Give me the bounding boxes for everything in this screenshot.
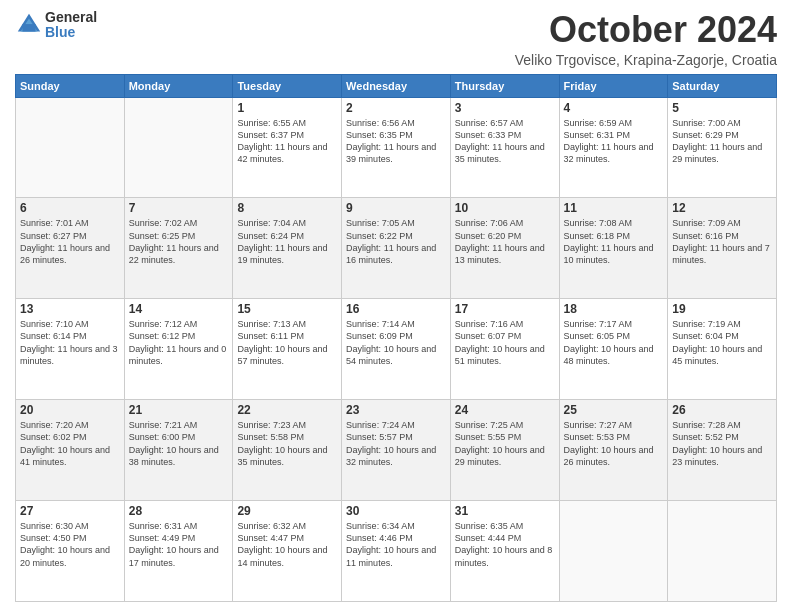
calendar-row: 27Sunrise: 6:30 AM Sunset: 4:50 PM Dayli… [16, 501, 777, 602]
day-number: 26 [672, 403, 772, 417]
day-number: 16 [346, 302, 446, 316]
table-row: 8Sunrise: 7:04 AM Sunset: 6:24 PM Daylig… [233, 198, 342, 299]
day-number: 20 [20, 403, 120, 417]
table-row: 22Sunrise: 7:23 AM Sunset: 5:58 PM Dayli… [233, 400, 342, 501]
day-info: Sunrise: 6:30 AM Sunset: 4:50 PM Dayligh… [20, 520, 120, 569]
table-row: 9Sunrise: 7:05 AM Sunset: 6:22 PM Daylig… [342, 198, 451, 299]
col-wednesday: Wednesday [342, 74, 451, 97]
table-row: 31Sunrise: 6:35 AM Sunset: 4:44 PM Dayli… [450, 501, 559, 602]
day-number: 24 [455, 403, 555, 417]
day-info: Sunrise: 6:34 AM Sunset: 4:46 PM Dayligh… [346, 520, 446, 569]
day-number: 9 [346, 201, 446, 215]
day-number: 6 [20, 201, 120, 215]
day-info: Sunrise: 7:01 AM Sunset: 6:27 PM Dayligh… [20, 217, 120, 266]
day-number: 13 [20, 302, 120, 316]
table-row: 3Sunrise: 6:57 AM Sunset: 6:33 PM Daylig… [450, 97, 559, 198]
table-row: 7Sunrise: 7:02 AM Sunset: 6:25 PM Daylig… [124, 198, 233, 299]
day-info: Sunrise: 6:35 AM Sunset: 4:44 PM Dayligh… [455, 520, 555, 569]
day-info: Sunrise: 7:05 AM Sunset: 6:22 PM Dayligh… [346, 217, 446, 266]
logo-icon [15, 11, 43, 39]
table-row: 16Sunrise: 7:14 AM Sunset: 6:09 PM Dayli… [342, 299, 451, 400]
calendar-table: Sunday Monday Tuesday Wednesday Thursday… [15, 74, 777, 602]
title-month: October 2024 [515, 10, 777, 50]
day-info: Sunrise: 7:16 AM Sunset: 6:07 PM Dayligh… [455, 318, 555, 367]
col-friday: Friday [559, 74, 668, 97]
day-number: 31 [455, 504, 555, 518]
day-number: 19 [672, 302, 772, 316]
table-row: 17Sunrise: 7:16 AM Sunset: 6:07 PM Dayli… [450, 299, 559, 400]
table-row: 23Sunrise: 7:24 AM Sunset: 5:57 PM Dayli… [342, 400, 451, 501]
col-saturday: Saturday [668, 74, 777, 97]
day-number: 15 [237, 302, 337, 316]
table-row: 28Sunrise: 6:31 AM Sunset: 4:49 PM Dayli… [124, 501, 233, 602]
header: General Blue October 2024 Veliko Trgovis… [15, 10, 777, 68]
day-number: 7 [129, 201, 229, 215]
day-info: Sunrise: 7:21 AM Sunset: 6:00 PM Dayligh… [129, 419, 229, 468]
calendar-row: 1Sunrise: 6:55 AM Sunset: 6:37 PM Daylig… [16, 97, 777, 198]
table-row: 14Sunrise: 7:12 AM Sunset: 6:12 PM Dayli… [124, 299, 233, 400]
day-number: 25 [564, 403, 664, 417]
day-info: Sunrise: 7:27 AM Sunset: 5:53 PM Dayligh… [564, 419, 664, 468]
day-info: Sunrise: 7:00 AM Sunset: 6:29 PM Dayligh… [672, 117, 772, 166]
day-info: Sunrise: 7:20 AM Sunset: 6:02 PM Dayligh… [20, 419, 120, 468]
day-number: 4 [564, 101, 664, 115]
table-row: 13Sunrise: 7:10 AM Sunset: 6:14 PM Dayli… [16, 299, 125, 400]
day-number: 5 [672, 101, 772, 115]
table-row: 20Sunrise: 7:20 AM Sunset: 6:02 PM Dayli… [16, 400, 125, 501]
day-number: 22 [237, 403, 337, 417]
table-row: 30Sunrise: 6:34 AM Sunset: 4:46 PM Dayli… [342, 501, 451, 602]
day-info: Sunrise: 7:04 AM Sunset: 6:24 PM Dayligh… [237, 217, 337, 266]
day-info: Sunrise: 7:12 AM Sunset: 6:12 PM Dayligh… [129, 318, 229, 367]
day-info: Sunrise: 7:10 AM Sunset: 6:14 PM Dayligh… [20, 318, 120, 367]
day-info: Sunrise: 7:25 AM Sunset: 5:55 PM Dayligh… [455, 419, 555, 468]
day-info: Sunrise: 6:59 AM Sunset: 6:31 PM Dayligh… [564, 117, 664, 166]
col-monday: Monday [124, 74, 233, 97]
table-row: 27Sunrise: 6:30 AM Sunset: 4:50 PM Dayli… [16, 501, 125, 602]
day-number: 28 [129, 504, 229, 518]
table-row: 15Sunrise: 7:13 AM Sunset: 6:11 PM Dayli… [233, 299, 342, 400]
calendar-row: 20Sunrise: 7:20 AM Sunset: 6:02 PM Dayli… [16, 400, 777, 501]
day-info: Sunrise: 6:57 AM Sunset: 6:33 PM Dayligh… [455, 117, 555, 166]
day-info: Sunrise: 7:08 AM Sunset: 6:18 PM Dayligh… [564, 217, 664, 266]
table-row: 29Sunrise: 6:32 AM Sunset: 4:47 PM Dayli… [233, 501, 342, 602]
table-row: 2Sunrise: 6:56 AM Sunset: 6:35 PM Daylig… [342, 97, 451, 198]
day-number: 30 [346, 504, 446, 518]
table-row [16, 97, 125, 198]
table-row: 26Sunrise: 7:28 AM Sunset: 5:52 PM Dayli… [668, 400, 777, 501]
calendar-row: 13Sunrise: 7:10 AM Sunset: 6:14 PM Dayli… [16, 299, 777, 400]
day-number: 27 [20, 504, 120, 518]
day-number: 8 [237, 201, 337, 215]
day-number: 29 [237, 504, 337, 518]
table-row: 24Sunrise: 7:25 AM Sunset: 5:55 PM Dayli… [450, 400, 559, 501]
day-info: Sunrise: 7:09 AM Sunset: 6:16 PM Dayligh… [672, 217, 772, 266]
day-info: Sunrise: 6:32 AM Sunset: 4:47 PM Dayligh… [237, 520, 337, 569]
logo: General Blue [15, 10, 97, 41]
day-number: 3 [455, 101, 555, 115]
col-tuesday: Tuesday [233, 74, 342, 97]
day-info: Sunrise: 7:06 AM Sunset: 6:20 PM Dayligh… [455, 217, 555, 266]
day-number: 21 [129, 403, 229, 417]
table-row: 25Sunrise: 7:27 AM Sunset: 5:53 PM Dayli… [559, 400, 668, 501]
day-number: 17 [455, 302, 555, 316]
day-info: Sunrise: 6:55 AM Sunset: 6:37 PM Dayligh… [237, 117, 337, 166]
title-location: Veliko Trgovisce, Krapina-Zagorje, Croat… [515, 52, 777, 68]
table-row: 1Sunrise: 6:55 AM Sunset: 6:37 PM Daylig… [233, 97, 342, 198]
table-row: 12Sunrise: 7:09 AM Sunset: 6:16 PM Dayli… [668, 198, 777, 299]
day-info: Sunrise: 6:56 AM Sunset: 6:35 PM Dayligh… [346, 117, 446, 166]
day-info: Sunrise: 7:24 AM Sunset: 5:57 PM Dayligh… [346, 419, 446, 468]
day-number: 12 [672, 201, 772, 215]
day-number: 2 [346, 101, 446, 115]
table-row: 10Sunrise: 7:06 AM Sunset: 6:20 PM Dayli… [450, 198, 559, 299]
calendar-row: 6Sunrise: 7:01 AM Sunset: 6:27 PM Daylig… [16, 198, 777, 299]
table-row: 21Sunrise: 7:21 AM Sunset: 6:00 PM Dayli… [124, 400, 233, 501]
table-row: 18Sunrise: 7:17 AM Sunset: 6:05 PM Dayli… [559, 299, 668, 400]
day-number: 10 [455, 201, 555, 215]
day-info: Sunrise: 7:17 AM Sunset: 6:05 PM Dayligh… [564, 318, 664, 367]
table-row [668, 501, 777, 602]
col-thursday: Thursday [450, 74, 559, 97]
table-row [559, 501, 668, 602]
calendar-header-row: Sunday Monday Tuesday Wednesday Thursday… [16, 74, 777, 97]
title-block: October 2024 Veliko Trgovisce, Krapina-Z… [515, 10, 777, 68]
day-info: Sunrise: 7:02 AM Sunset: 6:25 PM Dayligh… [129, 217, 229, 266]
day-number: 1 [237, 101, 337, 115]
